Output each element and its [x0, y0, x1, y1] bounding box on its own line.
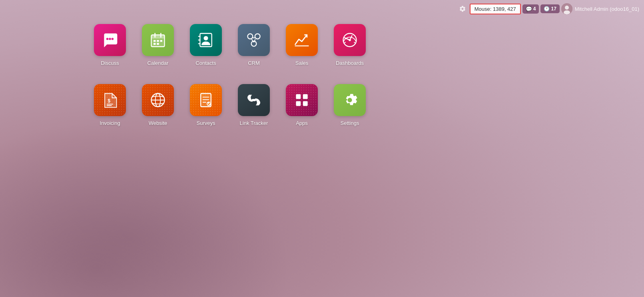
chat-bubble-icon: 💬	[526, 6, 532, 12]
crm-label: CRM	[248, 60, 260, 66]
website-label: Website	[149, 120, 167, 126]
app-apps[interactable]: Apps	[280, 84, 324, 136]
gear-icon[interactable]	[457, 3, 468, 14]
website-icon	[142, 84, 174, 116]
svg-rect-40	[252, 99, 256, 101]
app-settings[interactable]: Settings	[328, 84, 372, 136]
svg-rect-41	[296, 94, 301, 99]
app-contacts[interactable]: Contacts	[184, 24, 228, 76]
clock-icon: 🕐	[544, 6, 550, 12]
activity-badge[interactable]: 🕐 17	[540, 4, 559, 13]
app-sales[interactable]: Sales	[280, 24, 324, 76]
svg-line-27	[344, 42, 345, 44]
svg-rect-12	[157, 40, 159, 42]
svg-rect-8	[152, 35, 165, 38]
app-website[interactable]: Website	[136, 84, 180, 136]
svg-line-28	[354, 42, 356, 44]
contacts-label: Contacts	[195, 60, 216, 66]
topbar-right: Mouse: 1389, 427 💬 4 🕐 17 Mitchell Admin…	[457, 3, 639, 14]
avatar	[561, 3, 572, 14]
app-calendar[interactable]: Calendar	[136, 24, 180, 76]
svg-point-17	[204, 36, 208, 40]
svg-point-39	[207, 102, 211, 106]
svg-point-22	[255, 34, 260, 39]
user-name: Mitchell Admin (odoo16_01)	[575, 6, 639, 12]
messages-count: 4	[533, 6, 536, 12]
svg-point-21	[247, 34, 253, 39]
surveys-label: Surveys	[197, 120, 215, 126]
svg-rect-14	[154, 43, 156, 45]
dashboards-label: Dashboards	[336, 60, 364, 66]
discuss-icon	[94, 24, 126, 56]
svg-rect-35	[201, 94, 211, 107]
discuss-label: Discuss	[101, 60, 119, 66]
calendar-label: Calendar	[148, 60, 169, 66]
svg-rect-44	[303, 101, 308, 106]
user-menu[interactable]: Mitchell Admin (odoo16_01)	[561, 3, 639, 14]
messages-badge[interactable]: 💬 4	[522, 4, 539, 14]
app-surveys[interactable]: Surveys	[184, 84, 228, 136]
app-linktracker[interactable]: Link Tracker	[232, 84, 276, 136]
svg-point-2	[564, 10, 570, 14]
svg-point-26	[349, 39, 351, 41]
dashboards-icon	[334, 24, 366, 56]
invoicing-icon: $	[94, 84, 126, 116]
sales-icon	[286, 24, 318, 56]
surveys-icon	[190, 84, 222, 116]
topbar: Mouse: 1389, 427 💬 4 🕐 17 Mitchell Admin…	[0, 0, 644, 18]
activity-count: 17	[551, 6, 556, 12]
sales-label: Sales	[295, 60, 309, 66]
linktracker-label: Link Tracker	[240, 120, 268, 126]
settings-label: Settings	[341, 120, 359, 126]
contacts-icon	[190, 24, 222, 56]
svg-point-32	[152, 94, 165, 107]
svg-rect-13	[160, 40, 163, 42]
svg-text:$: $	[108, 98, 111, 104]
app-grid: Discuss Calendar	[88, 24, 372, 136]
mouse-coords-display: Mouse: 1389, 427	[470, 4, 521, 14]
settings-icon	[334, 84, 366, 116]
invoicing-label: Invoicing	[100, 120, 120, 126]
svg-rect-15	[157, 43, 159, 45]
app-invoicing[interactable]: $ Invoicing	[88, 84, 132, 136]
svg-rect-43	[296, 101, 301, 106]
app-dashboards[interactable]: Dashboards	[328, 24, 372, 76]
app-discuss[interactable]: Discuss	[88, 24, 132, 76]
svg-rect-4	[109, 38, 111, 40]
app-crm[interactable]: CRM	[232, 24, 276, 76]
calendar-icon	[142, 24, 174, 56]
svg-rect-3	[106, 38, 109, 40]
crm-icon	[238, 24, 270, 56]
svg-point-33	[156, 94, 161, 107]
svg-rect-5	[112, 38, 114, 40]
apps-icon	[286, 84, 318, 116]
apps-label: Apps	[296, 120, 308, 126]
linktracker-icon	[238, 84, 270, 116]
svg-point-1	[565, 6, 569, 10]
svg-rect-11	[154, 40, 156, 42]
svg-rect-42	[303, 94, 308, 99]
